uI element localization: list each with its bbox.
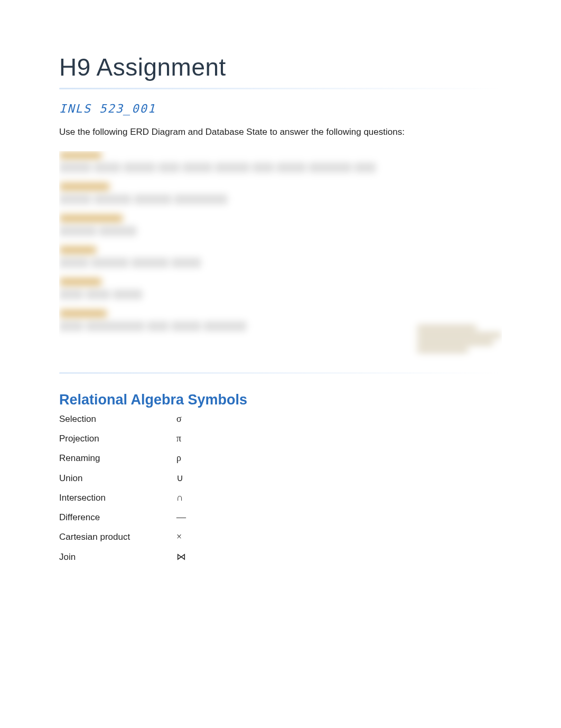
symbol-row: Selection σ: [59, 413, 502, 425]
symbol-label: Join: [59, 552, 176, 563]
symbol-row: Join ⋈: [59, 551, 502, 563]
symbols-heading: Relational Algebra Symbols: [59, 392, 502, 408]
symbols-list: Selection σ Projection π Renaming ρ Unio…: [59, 413, 502, 563]
figure-caption-blurred: [417, 326, 502, 357]
erd-diagram-blurred: [59, 151, 502, 363]
symbol-row: Union ∪: [59, 472, 502, 484]
symbol-label: Union: [59, 473, 176, 484]
symbol-row: Intersection ∩: [59, 492, 502, 503]
symbol-label: Selection: [59, 414, 176, 425]
symbol-label: Renaming: [59, 453, 176, 464]
symbol-row: Projection π: [59, 433, 502, 444]
course-code: INLS 523_001: [59, 102, 502, 115]
symbol-glyph: ρ: [176, 453, 181, 464]
symbol-glyph: ∩: [176, 492, 183, 503]
symbol-row: Cartesian product ×: [59, 531, 502, 542]
document-page: H9 Assignment INLS 523_001 Use the follo…: [0, 0, 561, 563]
symbol-glyph: ×: [176, 531, 182, 542]
symbol-row: Renaming ρ: [59, 453, 502, 464]
symbol-glyph: —: [176, 512, 186, 523]
symbol-label: Difference: [59, 512, 176, 523]
symbol-label: Projection: [59, 434, 176, 444]
section-underline: [59, 372, 502, 374]
symbol-label: Intersection: [59, 493, 176, 503]
symbol-glyph: π: [176, 433, 181, 444]
symbol-row: Difference —: [59, 512, 502, 523]
symbol-glyph: ∪: [176, 472, 183, 484]
page-title: H9 Assignment: [59, 53, 502, 81]
instruction-text: Use the following ERD Diagram and Databa…: [59, 127, 502, 137]
symbol-glyph: σ: [176, 413, 182, 425]
symbol-label: Cartesian product: [59, 532, 176, 542]
symbol-glyph: ⋈: [176, 551, 186, 563]
title-underline: [59, 88, 502, 89]
